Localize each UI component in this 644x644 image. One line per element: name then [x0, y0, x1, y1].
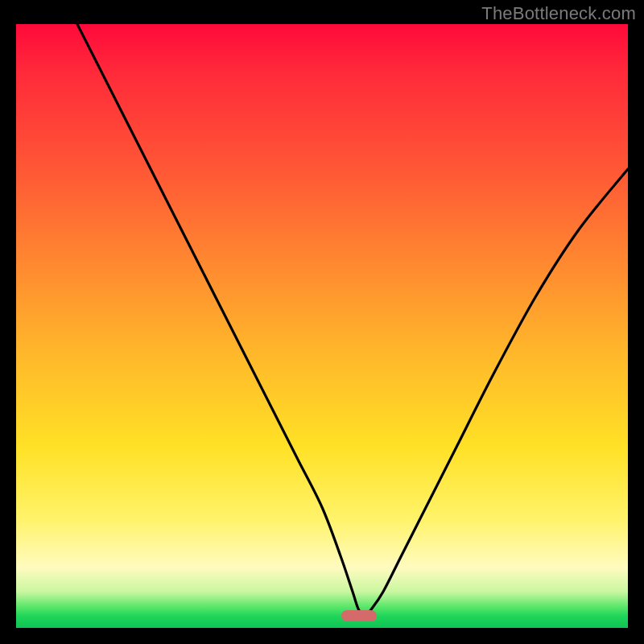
plot-area — [16, 24, 628, 628]
chart-frame: TheBottleneck.com — [0, 0, 644, 644]
curve-layer — [16, 24, 628, 628]
optimum-marker — [341, 610, 377, 621]
watermark-text: TheBottleneck.com — [481, 3, 636, 24]
bottleneck-curve — [77, 24, 628, 616]
